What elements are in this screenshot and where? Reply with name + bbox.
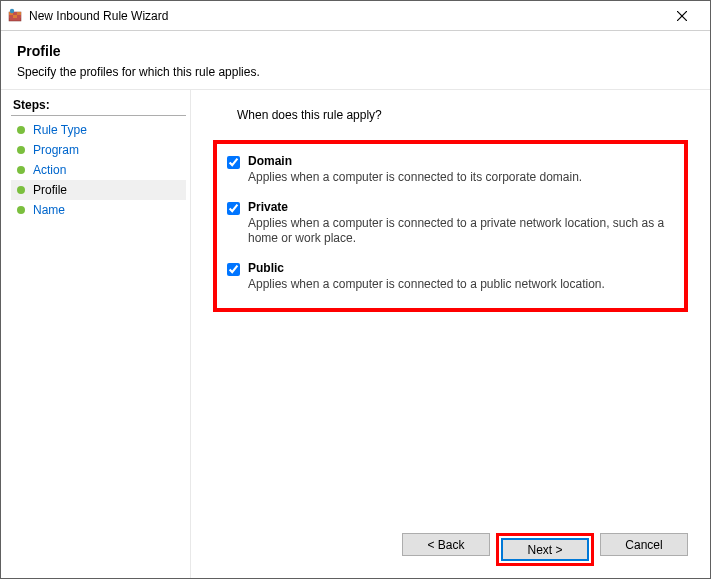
step-name[interactable]: Name: [11, 200, 186, 220]
steps-underline: [11, 115, 186, 116]
checkbox-domain[interactable]: [227, 156, 240, 169]
option-label: Public: [248, 261, 672, 275]
svg-point-7: [10, 8, 14, 12]
steps-label: Steps:: [11, 98, 186, 112]
wizard-body: Steps: Rule Type Program Action Profile …: [1, 90, 710, 578]
option-label: Domain: [248, 154, 672, 168]
options-highlight: Domain Applies when a computer is connec…: [213, 140, 688, 312]
next-button[interactable]: Next >: [501, 538, 589, 561]
option-private: Private Applies when a computer is conne…: [223, 200, 672, 247]
svg-rect-4: [9, 15, 13, 18]
checkbox-private[interactable]: [227, 202, 240, 215]
step-bullet-icon: [17, 186, 25, 194]
step-profile[interactable]: Profile: [11, 180, 186, 200]
option-label: Private: [248, 200, 672, 214]
step-bullet-icon: [17, 126, 25, 134]
titlebar: New Inbound Rule Wizard: [1, 1, 710, 31]
step-action[interactable]: Action: [11, 160, 186, 180]
step-label: Action: [33, 163, 66, 177]
step-bullet-icon: [17, 166, 25, 174]
firewall-icon: [7, 8, 23, 24]
step-bullet-icon: [17, 206, 25, 214]
step-label: Program: [33, 143, 79, 157]
window-title: New Inbound Rule Wizard: [29, 9, 662, 23]
button-bar: < Back Next > Cancel: [213, 523, 688, 566]
page-subtitle: Specify the profiles for which this rule…: [17, 65, 694, 79]
option-description: Applies when a computer is connected to …: [248, 170, 672, 186]
cancel-button[interactable]: Cancel: [600, 533, 688, 556]
wizard-window: New Inbound Rule Wizard Profile Specify …: [0, 0, 711, 579]
step-label: Name: [33, 203, 65, 217]
step-label: Profile: [33, 183, 67, 197]
step-bullet-icon: [17, 146, 25, 154]
steps-sidebar: Steps: Rule Type Program Action Profile …: [1, 90, 191, 578]
page-title: Profile: [17, 43, 694, 59]
svg-rect-5: [13, 15, 17, 18]
step-label: Rule Type: [33, 123, 87, 137]
option-description: Applies when a computer is connected to …: [248, 277, 672, 293]
main-panel: When does this rule apply? Domain Applie…: [191, 90, 710, 578]
svg-rect-6: [17, 15, 21, 18]
checkbox-public[interactable]: [227, 263, 240, 276]
option-public: Public Applies when a computer is connec…: [223, 261, 672, 293]
close-button[interactable]: [662, 2, 702, 30]
option-description: Applies when a computer is connected to …: [248, 216, 672, 247]
back-button[interactable]: < Back: [402, 533, 490, 556]
wizard-header: Profile Specify the profiles for which t…: [1, 31, 710, 89]
option-domain: Domain Applies when a computer is connec…: [223, 154, 672, 186]
svg-rect-3: [17, 12, 21, 15]
next-highlight: Next >: [496, 533, 594, 566]
step-program[interactable]: Program: [11, 140, 186, 160]
question-text: When does this rule apply?: [237, 108, 688, 122]
step-rule-type[interactable]: Rule Type: [11, 120, 186, 140]
